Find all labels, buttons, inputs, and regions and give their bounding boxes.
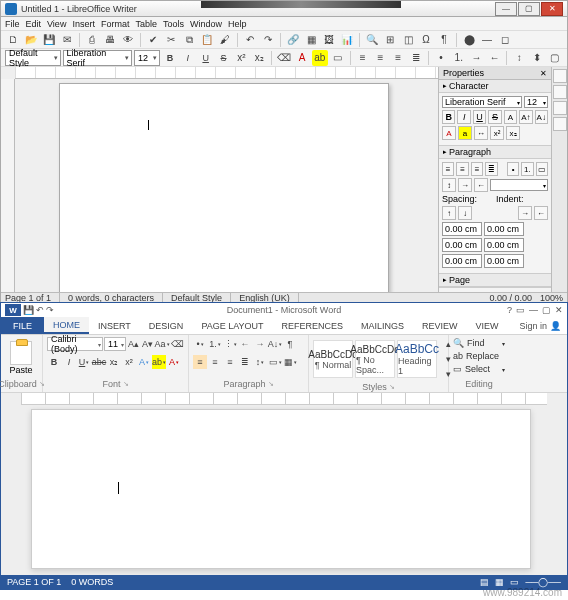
lo-side-paragraph-header[interactable]: Paragraph: [439, 146, 551, 159]
wd-zoom-slider[interactable]: ──◯──: [525, 577, 561, 587]
side-grow-icon[interactable]: A↑: [519, 110, 532, 124]
tab-references[interactable]: REFERENCES: [273, 317, 353, 334]
wd-shading-icon[interactable]: ▭: [268, 355, 282, 369]
line-icon[interactable]: ―: [479, 32, 495, 48]
lo-close-button[interactable]: ✕: [541, 2, 563, 16]
sidebar-tab-gallery-icon[interactable]: [553, 101, 567, 115]
lo-status-words[interactable]: 0 words, 0 characters: [68, 293, 163, 303]
email-icon[interactable]: ✉: [59, 32, 75, 48]
wd-superscript-icon[interactable]: x²: [122, 355, 136, 369]
side-align-justify-icon[interactable]: ≣: [485, 162, 497, 176]
wd-align-justify-icon[interactable]: ≣: [238, 355, 252, 369]
wd-close-icon[interactable]: ✕: [555, 305, 563, 315]
text-effects-icon[interactable]: A: [137, 355, 151, 369]
lo-vertical-ruler[interactable]: [1, 79, 15, 292]
lo-menu-window[interactable]: Window: [190, 19, 222, 29]
wd-bold-icon[interactable]: B: [47, 355, 61, 369]
wd-horizontal-ruler[interactable]: [21, 393, 547, 405]
lo-menu-tools[interactable]: Tools: [163, 19, 184, 29]
wd-bullets-icon[interactable]: •: [193, 337, 207, 351]
paragraph-dialog-icon[interactable]: ↘: [268, 380, 274, 388]
side-bold-icon[interactable]: B: [442, 110, 455, 124]
side-linespacing-icon[interactable]: ↕: [442, 178, 456, 192]
cut-icon[interactable]: ✂: [163, 32, 179, 48]
wd-multilevel-icon[interactable]: ⋮: [223, 337, 237, 351]
wd-linespacing-icon[interactable]: ↕: [253, 355, 267, 369]
wd-showmarks-icon[interactable]: ¶: [283, 337, 297, 351]
lo-menu-table[interactable]: Table: [135, 19, 157, 29]
lo-status-page[interactable]: Page 1 of 1: [5, 293, 60, 303]
side-indent-left[interactable]: 0.00 cm: [484, 222, 524, 236]
side-dec-indent-icon[interactable]: ←: [474, 178, 488, 192]
numbering-icon[interactable]: 1.: [451, 50, 467, 66]
highlight-icon[interactable]: ab: [312, 50, 328, 66]
side-dec-space-icon[interactable]: ↓: [458, 206, 472, 220]
align-left-icon[interactable]: ≡: [355, 50, 371, 66]
side-indent-right[interactable]: 0.00 cm: [484, 238, 524, 252]
redo-icon[interactable]: ↷: [260, 32, 276, 48]
image-icon[interactable]: 🖼: [321, 32, 337, 48]
side-spacing-icon[interactable]: ↔: [474, 126, 488, 140]
open-icon[interactable]: 📂: [23, 32, 39, 48]
style-heading1[interactable]: AaBbCcHeading 1: [397, 340, 437, 378]
side-strike-icon[interactable]: S: [488, 110, 501, 124]
print-preview-icon[interactable]: 👁: [120, 32, 136, 48]
styles-dialog-icon[interactable]: ↘: [389, 383, 395, 391]
qat-undo-icon[interactable]: ↶: [36, 305, 44, 315]
replace-button[interactable]: abReplace: [453, 350, 505, 362]
save-icon[interactable]: 💾: [41, 32, 57, 48]
align-right-icon[interactable]: ≡: [390, 50, 406, 66]
wd-italic-icon[interactable]: I: [62, 355, 76, 369]
lo-sidebar-close-icon[interactable]: ✕: [540, 69, 547, 78]
navigator-icon[interactable]: ⊞: [382, 32, 398, 48]
wd-dec-indent-icon[interactable]: ←: [238, 337, 252, 351]
grow-font-icon[interactable]: A▴: [127, 337, 140, 351]
borders-icon[interactable]: ▢: [547, 50, 563, 66]
select-button[interactable]: ▭Select▾: [453, 363, 505, 375]
tab-home[interactable]: HOME: [44, 317, 89, 334]
tab-view[interactable]: VIEW: [467, 317, 508, 334]
special-char-icon[interactable]: Ω: [418, 32, 434, 48]
undo-icon[interactable]: ↶: [242, 32, 258, 48]
lo-menu-edit[interactable]: Edit: [26, 19, 42, 29]
side-dec-indent2-icon[interactable]: ←: [534, 206, 548, 220]
side-align-center-icon[interactable]: ≡: [456, 162, 468, 176]
tab-file[interactable]: FILE: [1, 317, 44, 334]
increase-indent-icon[interactable]: →: [469, 50, 485, 66]
wd-align-center-icon[interactable]: ≡: [208, 355, 222, 369]
tab-insert[interactable]: INSERT: [89, 317, 140, 334]
style-normal[interactable]: AaBbCcDd¶ Normal: [313, 340, 353, 378]
print-icon[interactable]: 🖶: [102, 32, 118, 48]
wd-strike-icon[interactable]: abc: [92, 355, 106, 369]
change-case-icon[interactable]: Aa: [155, 337, 169, 351]
wd-sort-icon[interactable]: A↓: [268, 337, 282, 351]
wd-ribbon-options-icon[interactable]: ▭: [516, 305, 525, 315]
side-line-spacing[interactable]: 0.00 cm: [442, 254, 482, 268]
gallery-icon[interactable]: ◫: [400, 32, 416, 48]
lo-menu-help[interactable]: Help: [228, 19, 247, 29]
wd-view-read-icon[interactable]: ▤: [480, 577, 489, 587]
lo-menu-format[interactable]: Format: [101, 19, 130, 29]
font-color-icon[interactable]: A: [294, 50, 310, 66]
decrease-indent-icon[interactable]: ←: [487, 50, 503, 66]
side-inc-indent2-icon[interactable]: →: [518, 206, 532, 220]
find-icon[interactable]: 🔍: [364, 32, 380, 48]
lo-menu-file[interactable]: File: [5, 19, 20, 29]
lo-menu-insert[interactable]: Insert: [72, 19, 95, 29]
clear-format-icon[interactable]: ⌫: [276, 50, 292, 66]
lo-side-font-combo[interactable]: Liberation Serif: [442, 96, 522, 108]
bullets-icon[interactable]: •: [433, 50, 449, 66]
lo-maximize-button[interactable]: ▢: [518, 2, 540, 16]
font-dialog-icon[interactable]: ↘: [123, 380, 129, 388]
lo-font-combo[interactable]: Liberation Serif: [63, 50, 132, 66]
text-highlight-icon[interactable]: ab: [152, 355, 166, 369]
wd-help-icon[interactable]: ?: [507, 305, 512, 315]
side-highlight-icon[interactable]: a: [458, 126, 472, 140]
record-icon[interactable]: ⬤: [461, 32, 477, 48]
side-fontcolor-icon[interactable]: A: [442, 126, 456, 140]
line-spacing-icon[interactable]: ↕: [511, 50, 527, 66]
shrink-font-icon[interactable]: A▾: [141, 337, 154, 351]
sidebar-tab-properties-icon[interactable]: [553, 69, 567, 83]
wd-font-size-combo[interactable]: 11: [104, 337, 126, 351]
side-space-below[interactable]: 0.00 cm: [442, 238, 482, 252]
